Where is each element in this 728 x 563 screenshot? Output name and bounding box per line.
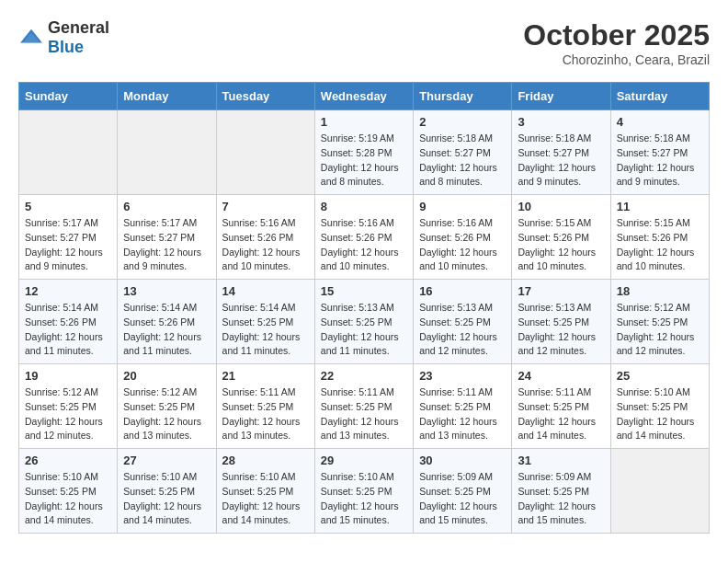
day-info: Sunrise: 5:11 AMSunset: 5:25 PMDaylight:… xyxy=(419,385,506,443)
calendar-day-cell: 16Sunrise: 5:13 AMSunset: 5:25 PMDayligh… xyxy=(414,280,512,364)
day-info: Sunrise: 5:16 AMSunset: 5:26 PMDaylight:… xyxy=(321,216,407,274)
day-number: 15 xyxy=(321,284,407,298)
day-info: Sunrise: 5:10 AMSunset: 5:25 PMDaylight:… xyxy=(123,470,210,528)
day-of-week-header: Tuesday xyxy=(216,83,314,110)
day-number: 28 xyxy=(222,454,309,467)
day-info: Sunrise: 5:17 AMSunset: 5:27 PMDaylight:… xyxy=(25,216,111,274)
day-number: 19 xyxy=(25,369,111,383)
day-number: 14 xyxy=(222,284,309,298)
day-of-week-header: Friday xyxy=(512,83,610,110)
calendar-day-cell xyxy=(118,110,216,195)
day-number: 18 xyxy=(617,284,703,298)
calendar-week-row: 19Sunrise: 5:12 AMSunset: 5:25 PMDayligh… xyxy=(19,364,710,449)
calendar-day-cell xyxy=(216,110,314,195)
calendar-day-cell: 5Sunrise: 5:17 AMSunset: 5:27 PMDaylight… xyxy=(19,195,118,280)
day-info: Sunrise: 5:11 AMSunset: 5:25 PMDaylight:… xyxy=(518,385,604,443)
day-info: Sunrise: 5:15 AMSunset: 5:26 PMDaylight:… xyxy=(617,216,703,274)
day-of-week-header: Wednesday xyxy=(314,83,413,110)
page-header: General Blue October 2025 Chorozinho, Ce… xyxy=(18,18,710,67)
calendar-day-cell: 25Sunrise: 5:10 AMSunset: 5:25 PMDayligh… xyxy=(610,364,709,449)
day-info: Sunrise: 5:16 AMSunset: 5:26 PMDaylight:… xyxy=(222,216,309,274)
day-number: 24 xyxy=(518,369,604,383)
day-number: 9 xyxy=(419,200,506,213)
calendar-day-cell: 26Sunrise: 5:10 AMSunset: 5:25 PMDayligh… xyxy=(19,449,118,534)
calendar-body: 1Sunrise: 5:19 AMSunset: 5:28 PMDaylight… xyxy=(19,110,710,534)
day-number: 13 xyxy=(123,284,210,298)
location-subtitle: Chorozinho, Ceara, Brazil xyxy=(523,52,710,67)
day-number: 23 xyxy=(419,369,506,383)
day-number: 25 xyxy=(617,369,703,383)
day-info: Sunrise: 5:18 AMSunset: 5:27 PMDaylight:… xyxy=(617,132,703,190)
day-number: 5 xyxy=(25,200,111,213)
calendar-day-cell: 21Sunrise: 5:11 AMSunset: 5:25 PMDayligh… xyxy=(216,364,314,449)
calendar-day-cell: 11Sunrise: 5:15 AMSunset: 5:26 PMDayligh… xyxy=(610,195,709,280)
day-info: Sunrise: 5:14 AMSunset: 5:26 PMDaylight:… xyxy=(123,301,210,359)
calendar-header-row: SundayMondayTuesdayWednesdayThursdayFrid… xyxy=(19,83,710,110)
day-number: 16 xyxy=(419,284,506,298)
day-info: Sunrise: 5:14 AMSunset: 5:26 PMDaylight:… xyxy=(25,301,111,359)
title-block: October 2025 Chorozinho, Ceara, Brazil xyxy=(523,18,710,67)
calendar-week-row: 5Sunrise: 5:17 AMSunset: 5:27 PMDaylight… xyxy=(19,195,710,280)
day-info: Sunrise: 5:11 AMSunset: 5:25 PMDaylight:… xyxy=(222,385,309,443)
day-info: Sunrise: 5:12 AMSunset: 5:25 PMDaylight:… xyxy=(25,385,111,443)
calendar-day-cell: 8Sunrise: 5:16 AMSunset: 5:26 PMDaylight… xyxy=(314,195,413,280)
day-number: 8 xyxy=(321,200,407,213)
day-info: Sunrise: 5:18 AMSunset: 5:27 PMDaylight:… xyxy=(518,132,604,190)
calendar-day-cell: 19Sunrise: 5:12 AMSunset: 5:25 PMDayligh… xyxy=(19,364,118,449)
day-number: 2 xyxy=(419,115,506,129)
calendar-day-cell: 9Sunrise: 5:16 AMSunset: 5:26 PMDaylight… xyxy=(414,195,512,280)
day-number: 11 xyxy=(617,200,703,213)
day-info: Sunrise: 5:10 AMSunset: 5:25 PMDaylight:… xyxy=(222,470,309,528)
calendar-day-cell: 6Sunrise: 5:17 AMSunset: 5:27 PMDaylight… xyxy=(118,195,216,280)
calendar-day-cell: 29Sunrise: 5:10 AMSunset: 5:25 PMDayligh… xyxy=(314,449,413,534)
month-year-title: October 2025 xyxy=(523,18,710,52)
calendar-day-cell xyxy=(610,449,709,534)
calendar-day-cell: 27Sunrise: 5:10 AMSunset: 5:25 PMDayligh… xyxy=(118,449,216,534)
calendar-week-row: 12Sunrise: 5:14 AMSunset: 5:26 PMDayligh… xyxy=(19,280,710,364)
day-number: 22 xyxy=(321,369,407,383)
calendar-day-cell: 14Sunrise: 5:14 AMSunset: 5:25 PMDayligh… xyxy=(216,280,314,364)
day-info: Sunrise: 5:17 AMSunset: 5:27 PMDaylight:… xyxy=(123,216,210,274)
calendar-day-cell: 24Sunrise: 5:11 AMSunset: 5:25 PMDayligh… xyxy=(512,364,610,449)
day-info: Sunrise: 5:10 AMSunset: 5:25 PMDaylight:… xyxy=(25,470,111,528)
logo: General Blue xyxy=(18,18,109,57)
day-info: Sunrise: 5:13 AMSunset: 5:25 PMDaylight:… xyxy=(419,301,506,359)
day-info: Sunrise: 5:13 AMSunset: 5:25 PMDaylight:… xyxy=(321,301,407,359)
calendar-day-cell: 12Sunrise: 5:14 AMSunset: 5:26 PMDayligh… xyxy=(19,280,118,364)
calendar-day-cell: 23Sunrise: 5:11 AMSunset: 5:25 PMDayligh… xyxy=(414,364,512,449)
calendar-week-row: 26Sunrise: 5:10 AMSunset: 5:25 PMDayligh… xyxy=(19,449,710,534)
day-info: Sunrise: 5:10 AMSunset: 5:25 PMDaylight:… xyxy=(321,470,407,528)
day-info: Sunrise: 5:10 AMSunset: 5:25 PMDaylight:… xyxy=(617,385,703,443)
day-number: 17 xyxy=(518,284,604,298)
day-info: Sunrise: 5:18 AMSunset: 5:27 PMDaylight:… xyxy=(419,132,506,190)
day-number: 20 xyxy=(123,369,210,383)
day-of-week-header: Saturday xyxy=(610,83,709,110)
day-info: Sunrise: 5:16 AMSunset: 5:26 PMDaylight:… xyxy=(419,216,506,274)
calendar-day-cell: 7Sunrise: 5:16 AMSunset: 5:26 PMDaylight… xyxy=(216,195,314,280)
day-number: 7 xyxy=(222,200,309,213)
calendar-day-cell: 18Sunrise: 5:12 AMSunset: 5:25 PMDayligh… xyxy=(610,280,709,364)
day-of-week-header: Thursday xyxy=(414,83,512,110)
calendar-day-cell: 10Sunrise: 5:15 AMSunset: 5:26 PMDayligh… xyxy=(512,195,610,280)
day-number: 10 xyxy=(518,200,604,213)
calendar-day-cell: 1Sunrise: 5:19 AMSunset: 5:28 PMDaylight… xyxy=(314,110,413,195)
day-info: Sunrise: 5:19 AMSunset: 5:28 PMDaylight:… xyxy=(321,132,407,190)
day-number: 3 xyxy=(518,115,604,129)
day-number: 21 xyxy=(222,369,309,383)
day-number: 27 xyxy=(123,454,210,467)
day-info: Sunrise: 5:11 AMSunset: 5:25 PMDaylight:… xyxy=(321,385,407,443)
day-info: Sunrise: 5:14 AMSunset: 5:25 PMDaylight:… xyxy=(222,301,309,359)
calendar-table: SundayMondayTuesdayWednesdayThursdayFrid… xyxy=(18,82,710,534)
day-number: 26 xyxy=(25,454,111,467)
calendar-day-cell: 22Sunrise: 5:11 AMSunset: 5:25 PMDayligh… xyxy=(314,364,413,449)
day-info: Sunrise: 5:13 AMSunset: 5:25 PMDaylight:… xyxy=(518,301,604,359)
day-number: 31 xyxy=(518,454,604,467)
calendar-day-cell xyxy=(19,110,118,195)
calendar-day-cell: 30Sunrise: 5:09 AMSunset: 5:25 PMDayligh… xyxy=(414,449,512,534)
calendar-day-cell: 4Sunrise: 5:18 AMSunset: 5:27 PMDaylight… xyxy=(610,110,709,195)
day-number: 4 xyxy=(617,115,703,129)
logo-icon xyxy=(18,28,44,48)
day-info: Sunrise: 5:12 AMSunset: 5:25 PMDaylight:… xyxy=(617,301,703,359)
calendar-day-cell: 17Sunrise: 5:13 AMSunset: 5:25 PMDayligh… xyxy=(512,280,610,364)
day-number: 6 xyxy=(123,200,210,213)
